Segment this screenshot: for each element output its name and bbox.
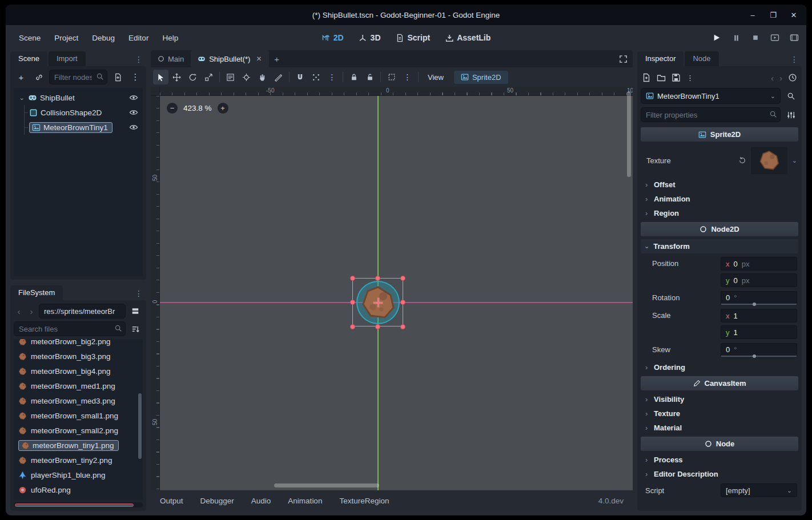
position-x-field[interactable]: x0px	[721, 257, 797, 271]
close-button[interactable]: ✕	[789, 11, 798, 19]
menu-debug[interactable]: Debug	[86, 31, 121, 45]
scrollbar-handle[interactable]	[15, 503, 134, 507]
2d-viewport[interactable]: -50 0 50 100 50 0 50 − 423.8 % +	[151, 87, 633, 490]
pan-tool-button[interactable]	[255, 70, 270, 84]
file-row[interactable]: meteorBrown_med3.png	[15, 393, 142, 408]
distraction-free-icon[interactable]	[613, 50, 633, 67]
menu-help[interactable]: Help	[156, 31, 184, 45]
category-node[interactable]: Node	[641, 437, 798, 451]
pivot-tool-button[interactable]	[239, 70, 254, 84]
visibility-eye-icon[interactable]	[129, 93, 138, 102]
nav-forward-icon[interactable]: ›	[26, 307, 37, 316]
selection-handle[interactable]	[400, 276, 405, 281]
file-row[interactable]: meteorBrown_med1.png	[15, 378, 142, 393]
scene-options-icon[interactable]: ⋮	[128, 70, 143, 84]
ruler-tool-button[interactable]	[271, 70, 286, 84]
viewport-vertical-scrollbar[interactable]	[627, 91, 631, 177]
scene-tab-main[interactable]: Main	[151, 50, 191, 67]
menu-editor[interactable]: Editor	[122, 31, 155, 45]
category-node2d[interactable]: Node2D	[641, 222, 798, 236]
lock-button[interactable]	[346, 70, 361, 84]
bottom-tab-animation[interactable]: Animation	[288, 497, 322, 505]
add-node-button[interactable]: +	[14, 70, 29, 84]
list-select-button[interactable]	[223, 70, 238, 84]
menu-project[interactable]: Project	[48, 31, 85, 45]
bottom-tab-debugger[interactable]: Debugger	[200, 497, 234, 505]
move-tool-button[interactable]	[169, 70, 184, 84]
selection-handle[interactable]	[375, 276, 380, 281]
selection-handle[interactable]	[375, 324, 380, 329]
sort-files-icon[interactable]	[128, 321, 143, 336]
scene-tab-shipbullet[interactable]: ShipBullet(*) ✕	[191, 50, 268, 67]
smart-snap-button[interactable]	[292, 70, 308, 84]
mode-2d[interactable]: 2D	[321, 33, 344, 42]
mode-script[interactable]: Script	[396, 33, 431, 42]
texture-thumbnail[interactable]	[751, 147, 787, 174]
collapse-arrow-icon[interactable]: ⌄	[18, 94, 25, 102]
selection-handle[interactable]	[350, 300, 355, 305]
unlock-button[interactable]	[362, 70, 377, 84]
rotation-field[interactable]: 0°	[721, 291, 797, 305]
group-region[interactable]: ›Region	[641, 206, 798, 220]
tab-inspector[interactable]: Inspector	[637, 51, 684, 66]
file-list-vertical-scrollbar[interactable]	[138, 393, 142, 459]
close-tab-icon[interactable]: ✕	[256, 55, 262, 63]
menu-scene[interactable]: Scene	[13, 31, 47, 45]
bottom-tab-audio[interactable]: Audio	[251, 497, 271, 505]
manage-properties-icon[interactable]	[783, 107, 798, 122]
selection-handle[interactable]	[350, 324, 355, 329]
skeleton-options-icon[interactable]: ⋮	[400, 70, 415, 84]
instance-scene-button[interactable]	[31, 70, 46, 84]
scale-tool-button[interactable]	[201, 70, 216, 84]
tab-filesystem[interactable]: FileSystem	[10, 285, 63, 300]
position-y-field[interactable]: y0px	[721, 273, 797, 287]
scale-y-field[interactable]: y1	[721, 325, 797, 339]
filesystem-menu-icon[interactable]: ⋮	[131, 289, 146, 300]
script-dropdown[interactable]: [empty] ⌄	[721, 483, 797, 497]
revert-icon[interactable]	[738, 156, 746, 164]
new-scene-tab-button[interactable]: +	[269, 50, 285, 67]
vertical-ruler[interactable]: 50 0 50	[151, 96, 160, 490]
stop-button[interactable]	[750, 33, 761, 43]
file-row[interactable]: meteorBrown_small1.png	[15, 408, 142, 423]
visibility-eye-icon[interactable]	[129, 108, 138, 117]
tab-scene[interactable]: Scene	[10, 51, 47, 66]
search-files-input[interactable]	[14, 321, 126, 336]
snap-options-icon[interactable]: ⋮	[324, 70, 340, 84]
grid-snap-button[interactable]	[308, 70, 324, 84]
file-row[interactable]: meteorBrown_big4.png	[15, 364, 142, 378]
object-selector[interactable]: MeteorBrownTiny1 ⌄	[641, 88, 781, 104]
file-row[interactable]: meteorBrown_big3.png	[15, 349, 142, 364]
group-visibility[interactable]: ›Visibility	[641, 392, 798, 406]
file-row[interactable]: playerShip1_blue.png	[15, 467, 142, 482]
object-options-icon[interactable]	[783, 88, 798, 103]
group-texture[interactable]: ›Texture	[641, 406, 798, 421]
viewport-horizontal-scrollbar[interactable]	[274, 483, 379, 487]
zoom-in-button[interactable]: +	[218, 103, 228, 114]
sprite2d-context-button[interactable]: Sprite2D	[454, 71, 508, 84]
file-row-selected[interactable]: meteorBrown_tiny1.png	[15, 438, 142, 453]
skew-field[interactable]: 0°	[721, 343, 797, 357]
resource-options-icon[interactable]: ⋮	[686, 74, 694, 82]
inspector-dock-menu-icon[interactable]: ⋮	[787, 55, 802, 66]
tab-import[interactable]: Import	[49, 51, 86, 66]
group-material[interactable]: ›Material	[641, 421, 798, 435]
maximize-button[interactable]: ❐	[769, 11, 778, 19]
file-row[interactable]: ufoRed.png	[15, 482, 142, 497]
file-row[interactable]: meteorBrown_small2.png	[15, 423, 142, 438]
group-editor-description[interactable]: ›Editor Description	[641, 467, 798, 481]
new-resource-icon[interactable]	[642, 73, 651, 82]
file-row[interactable]: meteorBrown_big2.png	[15, 339, 142, 349]
tab-node[interactable]: Node	[685, 51, 718, 66]
bottom-tab-textureregion[interactable]: TextureRegion	[339, 497, 389, 505]
group-animation[interactable]: ›Animation	[641, 192, 798, 206]
attach-script-button[interactable]	[110, 70, 125, 84]
nav-back-icon[interactable]: ‹	[14, 307, 24, 316]
visibility-eye-icon[interactable]	[129, 123, 138, 132]
history-forward-icon[interactable]: ›	[779, 73, 782, 83]
selection-handle[interactable]	[350, 276, 355, 281]
file-row[interactable]: default_env.tres	[15, 497, 142, 500]
view-menu-button[interactable]: View	[421, 71, 450, 84]
rotate-tool-button[interactable]	[185, 70, 200, 84]
file-list-horizontal-scrollbar[interactable]	[14, 502, 143, 507]
